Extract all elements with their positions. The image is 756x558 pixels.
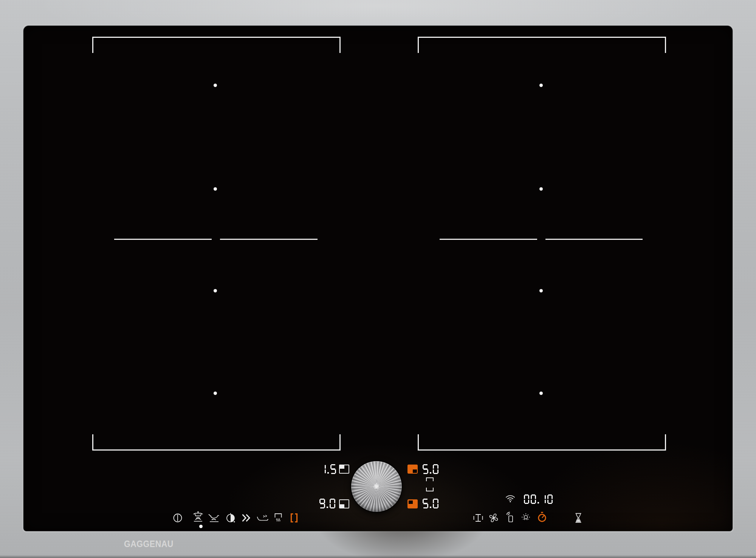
power-level-display — [319, 499, 335, 508]
power-level-display — [320, 464, 336, 474]
pan-position-dot — [214, 392, 217, 395]
zone-marker-front-left — [92, 434, 341, 451]
pan-position-dot — [539, 392, 543, 395]
zone-bridge-link-icon — [426, 477, 434, 481]
pan-position-dot — [214, 289, 217, 292]
stopwatch-icon[interactable] — [537, 511, 547, 523]
power-level-display — [423, 464, 438, 474]
boost-chevrons-icon[interactable] — [242, 514, 251, 522]
pan-position-dot — [539, 187, 543, 191]
pot-sensor-icon[interactable] — [192, 511, 204, 522]
pan-position-dot — [539, 289, 543, 292]
cooktop-frame: GAGGENAU — [0, 0, 756, 558]
zone-bridge-link-icon — [426, 488, 434, 491]
cooking-timer-icon[interactable] — [225, 513, 236, 523]
zone-select-front-right-icon — [407, 499, 418, 508]
home-connect-icon[interactable] — [505, 511, 516, 523]
zone-marker-front-right — [418, 434, 666, 451]
flex-zone-brackets-icon[interactable] — [290, 513, 298, 523]
zone-marker-back-right — [418, 37, 666, 53]
zone-bridge-icon[interactable] — [472, 513, 484, 523]
zone-select-front-left-icon — [339, 499, 349, 508]
zone-select-back-right-icon — [407, 465, 418, 474]
ventilation-hood-icon[interactable] — [273, 512, 283, 523]
zone-divider-right-1 — [440, 239, 537, 240]
wifi-icon — [505, 494, 516, 503]
timer-display — [524, 494, 553, 504]
fan-icon[interactable] — [488, 513, 499, 523]
pan-position-dot — [214, 187, 217, 191]
pan-move-icon[interactable] — [256, 513, 268, 522]
power-icon[interactable] — [172, 513, 183, 523]
brand-logo: GAGGENAU — [124, 539, 174, 549]
glass-surface: GAGGENAU — [23, 26, 733, 531]
zone-select-back-left-icon — [339, 465, 349, 474]
pan-sensor-icon[interactable] — [208, 513, 220, 523]
pan-position-dot — [214, 84, 217, 87]
hourglass-timer-icon[interactable] — [573, 513, 583, 523]
power-level-display — [423, 499, 438, 508]
zone-marker-back-left — [92, 37, 341, 53]
zone-divider-left-1 — [114, 239, 212, 240]
status-dot — [199, 525, 203, 528]
light-icon[interactable] — [521, 513, 531, 523]
control-knob[interactable] — [351, 461, 402, 512]
zone-divider-right-2 — [545, 239, 643, 240]
zone-divider-left-2 — [220, 239, 318, 240]
pan-position-dot — [539, 84, 543, 87]
